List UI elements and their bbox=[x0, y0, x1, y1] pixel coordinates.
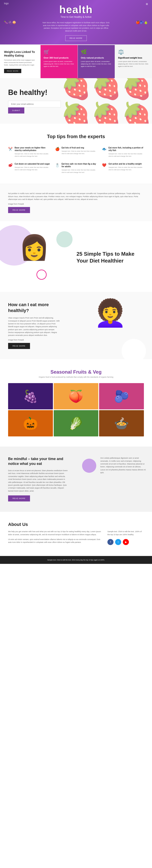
feature-card-food-products: 🛒 Over 300 food products Lorem ipsum dol… bbox=[41, 45, 78, 78]
tip-title-fat: Cut down on saturated fat and sugar bbox=[15, 162, 50, 165]
natural-products-description: Lorem ipsum dolor sit amet, consectetur … bbox=[81, 60, 112, 68]
weight-loss-icon: ⚖️ bbox=[118, 49, 149, 55]
hero-nav: logo ≡ bbox=[0, 2, 152, 6]
tip-content-fruit: Eat lots of fruit and veg Sample text. C… bbox=[61, 147, 97, 157]
hero-section: 🍆🍇🧅 🍎🫐🍐 logo ≡ health Time to Get Health… bbox=[0, 0, 152, 44]
list-item: 🎃 bbox=[8, 410, 53, 436]
footer-text: Sample text. Click to edit the text. 201… bbox=[47, 559, 105, 561]
tips25-section: 👩 25 Simple Tips to Make Your Diet Healt… bbox=[0, 221, 152, 292]
article-read-more-button[interactable]: READ MORE bbox=[8, 207, 30, 213]
footer: Sample text. Click to edit the text. 201… bbox=[0, 556, 152, 564]
tip-content-carbs: Base your meals on higher fibre starchy … bbox=[15, 147, 50, 157]
features-section: Weight Loss Linked To Healthy Eating Fer… bbox=[0, 44, 152, 78]
feature-main-description: Fermentum ante at the most negligent and… bbox=[4, 59, 36, 66]
about-right: Sample text. Click to edit the text. 100… bbox=[107, 530, 144, 546]
eat-healthy-title: How can I eat more healthily? bbox=[8, 302, 60, 313]
be-healthy-content: Be healthy! SUBMIT bbox=[0, 78, 84, 124]
tip-icon-salt: 🧂 bbox=[55, 163, 59, 174]
list-item: 🍎 Eat lots of fruit and veg Sample text.… bbox=[55, 147, 97, 157]
tip-title-active: Get active and be a healthy weight bbox=[108, 162, 144, 165]
email-input[interactable] bbox=[8, 101, 61, 107]
seasonal-section: Seasonal Fruits & Veg Organic food is fo… bbox=[0, 359, 152, 446]
social-icons: f t ▶ bbox=[107, 539, 144, 545]
be-healthy-title: Be healthy! bbox=[8, 88, 76, 97]
weight-loss-description: Lorem ipsum dolor sit amet, consectetur … bbox=[118, 60, 149, 68]
tip-content-active: Get active and be a healthy weight Sampl… bbox=[108, 162, 144, 174]
food-products-icon: 🛒 bbox=[44, 49, 75, 55]
list-item: 🐟 Eat more fish, including a portion of … bbox=[102, 147, 144, 157]
list-item: 🫐 bbox=[99, 383, 144, 409]
about-right-text: Sample text. Click to edit the text. 100… bbox=[107, 530, 144, 536]
tip-desc-fruit: Sample text. Click to enter the text the… bbox=[61, 150, 97, 155]
feature-card-weight-loss: ⚖️ Significant weight loss Lorem ipsum d… bbox=[115, 45, 152, 78]
about-paragraph-1: We help you get smarter with how and wha… bbox=[8, 530, 101, 536]
tip-icon-active: ❤️ bbox=[102, 163, 106, 174]
tip-content-fish: Eat more fish, including a portion of oi… bbox=[108, 147, 144, 157]
seasonal-title: Seasonal Fruits & Veg bbox=[8, 369, 144, 375]
facebook-icon[interactable]: f bbox=[107, 539, 113, 545]
decorative-circle-pink bbox=[36, 270, 47, 280]
list-item: ❤️ Get active and be a healthy weight Sa… bbox=[102, 162, 144, 174]
list-item: 🍇 bbox=[8, 383, 53, 409]
feature-read-more-button[interactable]: READ MORE bbox=[4, 69, 21, 73]
be-healthy-section: 🍓🍓🍓🍓🍓🍓 Be healthy! SUBMIT bbox=[0, 78, 152, 124]
eat-image-credit: Image from Freepik bbox=[8, 339, 60, 341]
decorative-circle-white bbox=[122, 339, 146, 359]
natural-products-icon: 🌿 bbox=[81, 49, 112, 55]
submit-button[interactable]: SUBMIT bbox=[8, 107, 24, 114]
list-item: 🍲 bbox=[99, 410, 144, 436]
seasonal-subtitle: Organic food is food produced by methods… bbox=[8, 376, 144, 378]
email-form: SUBMIT bbox=[8, 101, 76, 114]
food-products-title: Over 300 food products bbox=[44, 56, 75, 59]
about-content: We help you get smarter with how and wha… bbox=[8, 530, 144, 546]
tip-icon-fruit: 🍎 bbox=[55, 147, 59, 157]
tip-desc-active: Sample text. Click to enter the text the… bbox=[108, 166, 144, 171]
youtube-icon[interactable]: ▶ bbox=[123, 539, 129, 545]
twitter-icon[interactable]: t bbox=[115, 539, 121, 545]
tip-title-fruit: Eat lots of fruit and veg bbox=[61, 147, 97, 149]
hero-read-more-button[interactable]: READ MORE bbox=[65, 35, 87, 41]
article-paragraph: Nul porttitor in mollis nunc sed id. Aen… bbox=[8, 192, 144, 201]
weight-loss-title: Significant weight loss bbox=[118, 56, 149, 59]
tip-desc-carbs: Sample text. Click to enter the text the… bbox=[15, 153, 50, 157]
decorative-circle-purple-mid bbox=[82, 459, 96, 473]
tips25-left: 👩 bbox=[0, 221, 69, 292]
hero-description: Nam lacus tellus, the most negligent reg… bbox=[41, 22, 111, 32]
tips-grid: ✂️ Base your meals on higher fibre starc… bbox=[8, 147, 144, 174]
hero-content: health Time to Get Healthy & Active Nam … bbox=[41, 3, 111, 41]
tips25-title: 25 Simple Tips to Make Your Diet Healthi… bbox=[77, 251, 144, 265]
fruit-right-icon: 🍎🫐🍐 bbox=[136, 21, 148, 24]
feature-main-title: Weight Loss Linked To Healthy Eating bbox=[4, 50, 36, 57]
about-left: We help you get smarter with how and wha… bbox=[8, 530, 101, 546]
tip-desc-fat: Sample text. Click to enter the text the… bbox=[15, 166, 50, 171]
mindful-right: Orci volutis pellentesque dignissim sem … bbox=[76, 446, 152, 512]
top-tips-title: Top tips from the experts bbox=[8, 134, 144, 140]
tip-icon-fat: 🥩 bbox=[8, 163, 12, 174]
tip-icon-fish: 🐟 bbox=[102, 147, 106, 157]
eat-healthy-left: How can I eat more healthily? Vitae cong… bbox=[0, 292, 69, 359]
tip-desc-fish: Sample text. Click to enter the text the… bbox=[108, 153, 144, 157]
list-item: ✂️ Base your meals on higher fibre starc… bbox=[8, 147, 50, 157]
fruit-grid: 🍇 🍑 🫐 🎃 🥬 🍲 bbox=[8, 383, 144, 436]
tips25-right: 25 Simple Tips to Make Your Diet Healthi… bbox=[69, 221, 152, 292]
tip-content-fat: Cut down on saturated fat and sugar Samp… bbox=[15, 162, 50, 174]
logo: logo bbox=[4, 2, 9, 6]
tip-title-salt: Eat less salt: no more than 6g a day for… bbox=[61, 162, 97, 168]
feature-card-natural-products: 🌿 Only natural products Lorem ipsum dolo… bbox=[78, 45, 115, 78]
top-tips-section: Top tips from the experts ✂️ Base your m… bbox=[0, 124, 152, 184]
tip-title-fish: Eat more fish, including a portion of oi… bbox=[108, 147, 144, 152]
eat-healthy-right: 👩‍🦱 bbox=[69, 292, 152, 359]
list-item: 🧂 Eat less salt: no more than 6g a day f… bbox=[55, 162, 97, 174]
article-image-credit: Image from Freepik bbox=[8, 203, 144, 206]
about-section: About Us We help you get smarter with ho… bbox=[0, 512, 152, 556]
menu-icon[interactable]: ≡ bbox=[146, 2, 148, 6]
list-item: 🍑 bbox=[54, 383, 99, 409]
mindful-read-more-button[interactable]: READ MORE bbox=[8, 495, 30, 501]
tip-icon-carbs: ✂️ bbox=[8, 147, 12, 157]
mindful-right-text: Orci volutis pellentesque dignissim sem … bbox=[100, 457, 146, 474]
natural-products-title: Only natural products bbox=[81, 56, 112, 59]
fruit-left-icon: 🍆🍇🧅 bbox=[4, 21, 16, 24]
about-paragraph-2: Ut enim ad minim veniam, quis nostrud ex… bbox=[8, 538, 101, 544]
hero-subtitle: Time to Get Healthy & Active bbox=[41, 16, 111, 19]
eat-healthy-read-more-button[interactable]: READ MORE bbox=[8, 343, 30, 349]
